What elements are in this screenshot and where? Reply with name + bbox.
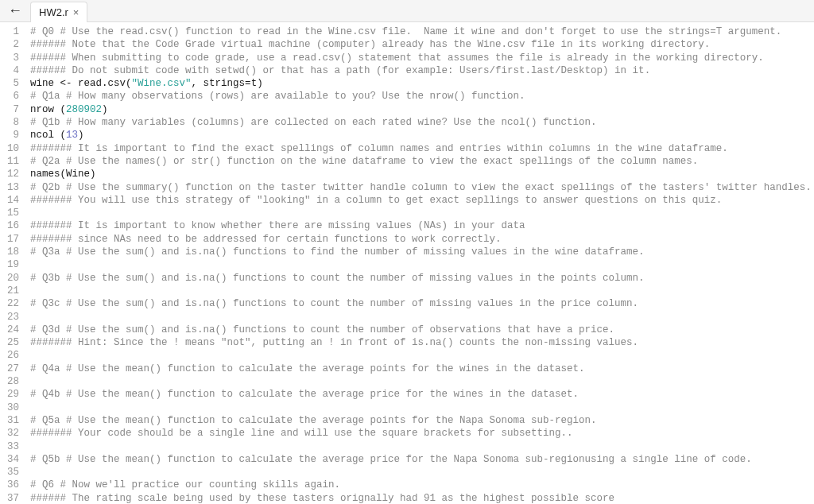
line-number: 24 [0, 324, 19, 336]
line-number: 10 [0, 142, 19, 155]
code-token: ####### Hint: Since the ! means "not", p… [30, 337, 638, 348]
code-token: # Q4a # Use the mean() function to calcu… [30, 363, 585, 374]
code-line[interactable]: ###### Do not submit code with setwd() o… [30, 64, 814, 77]
code-line[interactable]: ###### Note that the Code Grade virtual … [30, 38, 814, 51]
editor-body: 1234567891011121314151617181920212223242… [0, 22, 814, 504]
code-token: names [30, 169, 60, 180]
code-token: = [245, 78, 251, 89]
code-line[interactable] [30, 375, 814, 388]
line-number: 18 [0, 246, 19, 258]
line-number: 9 [0, 129, 19, 142]
line-number: 11 [0, 155, 19, 168]
code-line[interactable]: ###### When submitting to code grade, us… [30, 52, 814, 64]
code-line[interactable] [30, 349, 814, 362]
code-token: ) [90, 169, 96, 180]
line-number: 1 [0, 25, 19, 38]
code-line[interactable]: # Q6 # Now we'll practice our counting s… [30, 479, 814, 491]
code-token: # Q1b # How many variables (columns) are… [30, 117, 597, 128]
code-token: ( [126, 78, 132, 89]
code-token: ncol [30, 130, 60, 141]
code-token: t [251, 78, 258, 89]
code-token: ####### You will use this strategy of "l… [30, 195, 722, 206]
code-line[interactable]: # Q2a # Use the names() or str() functio… [30, 155, 814, 168]
code-token: ####### since NAs need to be addressed f… [30, 234, 502, 245]
line-number: 5 [0, 77, 19, 90]
code-line[interactable]: # Q3c # Use the sum() and is.na() functi… [30, 297, 814, 310]
code-line[interactable]: # Q5a # Use the mean() function to calcu… [30, 414, 814, 427]
line-number: 28 [0, 375, 19, 388]
code-line[interactable]: # Q4a # Use the mean() function to calcu… [30, 362, 814, 375]
code-token: "Wine.csv" [132, 78, 192, 89]
code-token: # Q2b # Use the summary() function on th… [30, 182, 812, 193]
code-token: strings [204, 78, 246, 89]
code-token: Wine [66, 169, 90, 180]
line-number: 16 [0, 219, 19, 232]
code-line[interactable]: ####### It is important to know whether … [30, 219, 814, 232]
code-line[interactable]: ####### Your code should be a single lin… [30, 427, 814, 440]
code-token: 13 [66, 130, 78, 141]
code-line[interactable] [30, 285, 814, 297]
code-token: # Q3a # Use the sum() and is.na() functi… [30, 246, 645, 258]
back-button[interactable]: ← [5, 2, 30, 19]
code-line[interactable] [30, 401, 814, 414]
line-number: 29 [0, 388, 19, 401]
line-number: 36 [0, 479, 19, 491]
line-number: 2 [0, 38, 19, 51]
code-line[interactable]: # Q5b # Use the mean() function to calcu… [30, 453, 814, 466]
code-line[interactable] [30, 440, 814, 453]
code-token: ####### It is important to find the exac… [30, 143, 728, 154]
code-line[interactable]: nrow (280902) [30, 103, 814, 116]
code-token: ( [60, 104, 67, 115]
code-line[interactable]: ####### since NAs need to be addressed f… [30, 233, 814, 246]
code-token: ####### It is important to know whether … [30, 220, 525, 231]
line-number: 6 [0, 90, 19, 103]
code-token: ) [102, 104, 108, 115]
code-line[interactable] [30, 207, 814, 219]
line-number: 13 [0, 181, 19, 194]
code-line[interactable]: ####### It is important to find the exac… [30, 142, 814, 155]
tab-filename: HW2.r [39, 6, 68, 18]
code-line[interactable]: wine <- read.csv("Wine.csv", strings=t) [30, 77, 814, 90]
code-line[interactable]: ncol (13) [30, 129, 814, 142]
file-tab[interactable]: HW2.r × [30, 2, 87, 22]
line-number-gutter: 1234567891011121314151617181920212223242… [0, 22, 24, 504]
code-token: <- [60, 78, 79, 89]
tab-bar: ← HW2.r × [0, 0, 814, 22]
line-number: 37 [0, 492, 19, 504]
code-token: nrow [30, 104, 60, 115]
code-line[interactable]: # Q3b # Use the sum() and is.na() functi… [30, 272, 814, 285]
code-line[interactable]: # Q3a # Use the sum() and is.na() functi… [30, 246, 814, 258]
code-token: # Q6 # Now we'll practice our counting s… [30, 479, 340, 490]
line-number: 4 [0, 64, 19, 77]
code-line[interactable] [30, 311, 814, 324]
code-token: ###### When submitting to code grade, us… [30, 52, 764, 64]
code-token: # Q0 # Use the read.csv() function to re… [30, 26, 781, 37]
code-line[interactable]: names(Wine) [30, 168, 814, 180]
code-token: ###### The rating scale being used by th… [30, 493, 614, 504]
code-line[interactable]: # Q0 # Use the read.csv() function to re… [30, 25, 814, 38]
code-line[interactable] [30, 466, 814, 479]
code-line[interactable]: ####### Hint: Since the ! means "not", p… [30, 336, 814, 349]
code-line[interactable]: # Q1b # How many variables (columns) are… [30, 116, 814, 129]
line-number: 7 [0, 103, 19, 116]
code-line[interactable]: ####### You will use this strategy of "l… [30, 194, 814, 207]
line-number: 12 [0, 168, 19, 180]
code-line[interactable] [30, 258, 814, 271]
code-token: # Q1a # How many observations (rows) are… [30, 91, 525, 102]
code-token: ) [78, 130, 84, 141]
code-token: # Q4b # Use the mean() function to calcu… [30, 389, 579, 400]
line-number: 3 [0, 52, 19, 64]
code-token: wine [30, 78, 60, 89]
line-number: 27 [0, 362, 19, 375]
code-token: ###### Do not submit code with setwd() o… [30, 65, 650, 76]
code-area[interactable]: # Q0 # Use the read.csv() function to re… [24, 22, 814, 504]
code-line[interactable]: ###### The rating scale being used by th… [30, 492, 814, 504]
close-icon[interactable]: × [73, 6, 79, 18]
code-token: # Q3c # Use the sum() and is.na() functi… [30, 298, 638, 309]
line-number: 20 [0, 272, 19, 285]
code-line[interactable]: # Q2b # Use the summary() function on th… [30, 181, 814, 194]
code-line[interactable]: # Q4b # Use the mean() function to calcu… [30, 388, 814, 401]
line-number: 8 [0, 116, 19, 129]
code-line[interactable]: # Q1a # How many observations (rows) are… [30, 90, 814, 103]
code-line[interactable]: # Q3d # Use the sum() and is.na() functi… [30, 324, 814, 336]
